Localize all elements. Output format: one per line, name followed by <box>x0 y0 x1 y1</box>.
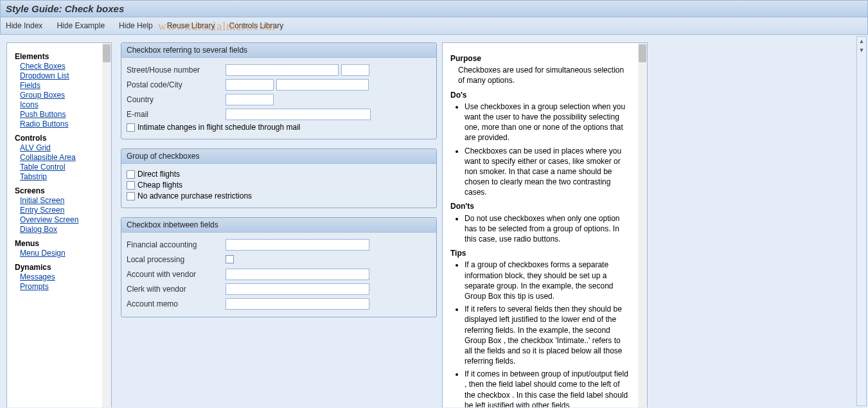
sidebar-link[interactable]: Icons <box>20 100 97 109</box>
scroll-up-icon[interactable]: ▲ <box>857 37 866 46</box>
page-title: Style Guide: Check boxes <box>6 3 124 14</box>
street-field[interactable] <box>226 64 339 76</box>
help-purpose-text: Checkboxes are used for simultaneous sel… <box>458 65 630 85</box>
hide-help-button[interactable]: Hide Help <box>119 21 153 30</box>
email-field[interactable] <box>226 109 371 120</box>
sidebar-group-heading: Screens <box>15 186 97 195</box>
example-panel: Checkbox referring to several fields Str… <box>121 42 437 326</box>
index-panel: ElementsCheck BoxesDropdown ListFieldsGr… <box>6 42 112 407</box>
clerk-vendor-field[interactable] <box>226 283 369 295</box>
intimate-label: Intimate changes in flight schedule thro… <box>137 123 300 132</box>
groupbox-title: Group of checkboxes <box>121 149 436 164</box>
label-account-memo: Account memo <box>127 299 223 308</box>
label-email: E-mail <box>127 110 223 119</box>
help-bullet: Checkboxes can be used in places where y… <box>465 146 630 198</box>
help-panel: Purpose Checkboxes are used for simultan… <box>442 42 648 407</box>
help-scrollbar[interactable] <box>638 43 647 407</box>
intimate-checkbox[interactable] <box>127 123 135 132</box>
sidebar-link[interactable]: ALV Grid <box>20 143 97 152</box>
label-local-processing: Local processing <box>127 255 223 264</box>
title-bar: Style Guide: Check boxes <box>0 0 868 17</box>
groupbox-group-of-checkboxes: Group of checkboxes Direct flights Cheap… <box>121 148 437 208</box>
no-advance-checkbox[interactable] <box>127 192 135 200</box>
help-bullet: If a group of checkboxes forms a separat… <box>465 260 630 301</box>
sidebar-link[interactable]: Menu Design <box>20 249 97 258</box>
sidebar-group-heading: Elements <box>15 52 97 61</box>
help-bullet: If it refers to several fields then they… <box>465 304 630 366</box>
cheap-flights-checkbox[interactable] <box>127 181 135 190</box>
country-field[interactable] <box>226 94 274 105</box>
label-account-vendor: Account with vendor <box>127 270 223 279</box>
sidebar-link[interactable]: Messages <box>20 272 97 281</box>
sidebar-group-heading: Controls <box>15 134 97 143</box>
sidebar-link[interactable]: Radio Buttons <box>20 120 97 129</box>
help-heading-purpose: Purpose <box>450 53 630 64</box>
main-scrollbar[interactable]: ▲ ▼ <box>856 36 867 406</box>
hide-index-button[interactable]: Hide Index <box>6 21 42 30</box>
local-processing-checkbox[interactable] <box>226 255 234 263</box>
sidebar-link[interactable]: Prompts <box>20 282 97 291</box>
account-memo-field[interactable] <box>226 298 369 310</box>
label-clerk-vendor: Clerk with vendor <box>127 285 223 294</box>
help-heading-dos: Do's <box>450 90 630 100</box>
help-heading-tips: Tips <box>450 248 630 258</box>
toolbar: Hide Index Hide Example Hide Help Reuse … <box>0 17 868 35</box>
sidebar-group-heading: Dynamics <box>15 263 97 272</box>
index-scrollbar[interactable] <box>102 43 111 407</box>
sidebar-link[interactable]: Tabstrip <box>20 172 97 181</box>
sidebar-link[interactable]: Initial Screen <box>20 196 97 205</box>
sidebar-link[interactable]: Check Boxes <box>20 62 97 71</box>
sidebar-link[interactable]: Fields <box>20 81 97 90</box>
help-heading-donts: Don'ts <box>450 201 630 211</box>
cheap-flights-label: Cheap flights <box>137 181 182 190</box>
house-number-field[interactable] <box>341 64 369 76</box>
sidebar-link[interactable]: Entry Screen <box>20 206 97 215</box>
sidebar-group-heading: Menus <box>15 239 97 248</box>
controls-library-button[interactable]: Controls Library <box>229 21 283 30</box>
scroll-down-icon[interactable]: ▼ <box>857 46 866 55</box>
direct-flights-label: Direct flights <box>137 170 180 179</box>
financial-accounting-field[interactable] <box>226 239 369 251</box>
account-vendor-field[interactable] <box>226 269 369 280</box>
postal-code-field[interactable] <box>226 79 274 91</box>
sidebar-link[interactable]: Overview Screen <box>20 215 97 224</box>
direct-flights-checkbox[interactable] <box>127 170 135 179</box>
sidebar-link[interactable]: Dialog Box <box>20 225 97 234</box>
main-area: ElementsCheck BoxesDropdown ListFieldsGr… <box>0 35 868 407</box>
reuse-library-button[interactable]: Reuse Library <box>167 21 215 30</box>
help-bullet: Do not use checkboxes when only one opti… <box>465 213 630 245</box>
no-advance-label: No advance purchase restrictions <box>137 191 252 200</box>
help-bullet: Use checkboxes in a group selection when… <box>465 102 630 143</box>
label-financial: Financial accounting <box>127 240 223 249</box>
label-street: Street/House number <box>127 66 223 75</box>
sidebar-link[interactable]: Table Control <box>20 163 97 172</box>
sidebar-link[interactable]: Push Buttons <box>20 110 97 119</box>
groupbox-title: Checkbox inbetween fields <box>121 218 436 233</box>
groupbox-title: Checkbox referring to several fields <box>121 43 436 58</box>
groupbox-several-fields: Checkbox referring to several fields Str… <box>121 42 437 139</box>
sidebar-link[interactable]: Collapsible Area <box>20 153 97 162</box>
sidebar-link[interactable]: Group Boxes <box>20 91 97 100</box>
groupbox-inbetween-fields: Checkbox inbetween fields Financial acco… <box>121 217 437 317</box>
label-postal: Postal code/City <box>127 80 223 89</box>
label-country: Country <box>127 95 223 104</box>
sidebar-link[interactable]: Dropdown List <box>20 71 97 80</box>
hide-example-button[interactable]: Hide Example <box>57 21 105 30</box>
city-field[interactable] <box>276 79 369 91</box>
help-bullet: If it comes in between group of input/ou… <box>465 369 630 407</box>
